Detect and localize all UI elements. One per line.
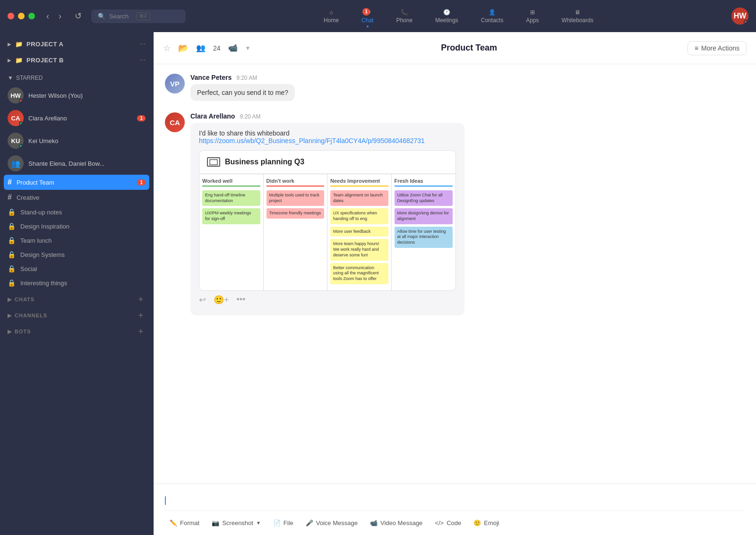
folder-b-label: PROJECT B (26, 57, 136, 64)
text-cursor (165, 496, 166, 505)
product-team-label: Product Team (17, 179, 133, 186)
wb-header: Business planning Q3 (199, 151, 455, 174)
channel-design-systems[interactable]: 🔒 Design Systems (0, 247, 153, 262)
back-button[interactable]: ‹ (43, 9, 53, 23)
channel-interesting[interactable]: 🔒 Interesting things (0, 276, 153, 290)
format-button[interactable]: ✏️ Format (165, 517, 204, 529)
more-actions-label: More Actions (701, 44, 739, 52)
voice-button[interactable]: 🎤 Voice Message (301, 517, 362, 529)
folder-a-more[interactable]: ··· (139, 40, 146, 48)
folder-b-more[interactable]: ··· (139, 56, 146, 64)
channels-add-button[interactable]: + (136, 311, 146, 320)
file-button[interactable]: 📄 File (268, 517, 298, 529)
sticky-12: Allow time for user testing at all major… (395, 227, 453, 248)
wb-icon (207, 157, 220, 167)
whiteboard-link[interactable]: https://zoom.us/wb/Q2_Business_Planning/… (199, 137, 425, 144)
nav-chat[interactable]: 💬 1 Chat (358, 7, 377, 25)
sticky-6: UX specifications when handing off to en… (330, 208, 388, 224)
sidebar-scroll[interactable]: ▶ 📁 PROJECT A ··· ▶ 📁 PROJECT B ··· ▼ ST… (0, 32, 153, 535)
kei-name: Kei Umeko (28, 137, 146, 144)
more-actions-icon: ≡ (695, 44, 698, 52)
messages-list[interactable]: VP Vance Peters 9:20 AM Perfect, can you… (154, 64, 756, 484)
wb-title: Business planning Q3 (225, 158, 304, 166)
video-button[interactable]: 📹 Video Message (365, 517, 427, 529)
nav-phone[interactable]: 📞 Phone (392, 7, 416, 25)
design-systems-label: Design Systems (20, 251, 146, 258)
wb-col-worked-well-header: Worked well (202, 178, 260, 187)
nav-whiteboards[interactable]: 🖥 Whiteboards (558, 7, 597, 25)
folder-icon: 📁 (15, 41, 23, 48)
whiteboard-preview[interactable]: Business planning Q3 Worked well Eng han… (199, 150, 456, 291)
nav-whiteboards-label: Whiteboards (562, 17, 593, 24)
code-icon: </> (435, 519, 444, 527)
contact-group[interactable]: 👥 Shante Elena, Daniel Bow... (0, 152, 153, 175)
members-icon[interactable]: 👥 (196, 43, 206, 52)
group-name: Shante Elena, Daniel Bow... (28, 160, 146, 167)
more-actions-icon[interactable]: ••• (237, 295, 246, 305)
channels-section-header[interactable]: ▶ CHANNELS + (0, 306, 153, 322)
contact-kei[interactable]: KU Kei Umeko (0, 129, 153, 152)
search-bar[interactable]: 🔍 Search ⌘F (91, 9, 186, 23)
folder-icon[interactable]: 📂 (178, 43, 189, 53)
hester-status (19, 99, 23, 103)
folders-section: ▶ 📁 PROJECT A ··· ▶ 📁 PROJECT B ··· (0, 32, 153, 72)
channel-product-team[interactable]: # Product Team 1 (4, 175, 149, 190)
starred-chevron-icon: ▼ (8, 75, 13, 81)
message-input[interactable] (165, 492, 745, 510)
nav-meetings[interactable]: 🕐 Meetings (431, 7, 462, 25)
nav-home[interactable]: ⌂ Home (320, 7, 343, 25)
chats-section-header[interactable]: ▶ CHATS + (0, 290, 153, 306)
history-button[interactable]: ↺ (71, 9, 86, 23)
minimize-button[interactable] (18, 13, 25, 19)
bots-section-header[interactable]: ▶ BOTS + (0, 322, 153, 338)
file-label: File (284, 519, 293, 527)
clara-name: Clara Arellano (28, 115, 132, 122)
sticky-7: More user feedback (330, 227, 388, 237)
contact-clara[interactable]: CA Clara Arellano 1 (0, 107, 153, 129)
channel-social[interactable]: 🔒 Social (0, 262, 153, 276)
video-icon[interactable]: 📹 (228, 43, 238, 52)
folder-project-a[interactable]: ▶ 📁 PROJECT A ··· (0, 36, 153, 52)
channel-design-inspiration[interactable]: 🔒 Design Inspiration (0, 219, 153, 233)
reply-icon[interactable]: ↩ (199, 295, 206, 305)
channels-label: CHANNELS (15, 313, 47, 318)
kei-initials: KU (11, 137, 20, 144)
sticky-11: More design/eng demos for alignment (395, 208, 453, 224)
code-button[interactable]: </> Code (430, 517, 466, 529)
chat-title: Product Team (256, 43, 681, 53)
user-status-dot (744, 20, 748, 25)
folder-project-b[interactable]: ▶ 📁 PROJECT B ··· (0, 52, 153, 68)
file-icon: 📄 (273, 519, 281, 527)
sticky-5: Team alignment on launch dates (330, 190, 388, 206)
emoji-label: Emoji (484, 519, 499, 527)
emoji-reaction-icon[interactable]: 🙂+ (214, 295, 229, 305)
forward-button[interactable]: › (55, 9, 65, 23)
chats-chevron-icon: ▶ (8, 297, 12, 303)
fullscreen-button[interactable] (28, 13, 35, 19)
bots-add-button[interactable]: + (136, 327, 146, 336)
screenshot-chevron-icon[interactable]: ▼ (256, 520, 261, 526)
channel-standup[interactable]: 🔒 Stand-up notes (0, 205, 153, 219)
folder-chevron-icon: ▶ (8, 42, 11, 47)
wb-col-fresh-ideas-header: Fresh Ideas (395, 178, 453, 187)
chats-add-button[interactable]: + (136, 295, 146, 304)
nav-apps[interactable]: ⊞ Apps (522, 7, 542, 25)
nav-contacts-label: Contacts (481, 17, 503, 24)
star-icon[interactable]: ☆ (163, 43, 171, 53)
more-actions-button[interactable]: ≡ More Actions (687, 41, 747, 55)
user-avatar[interactable]: HW (731, 8, 748, 25)
nav-contacts[interactable]: 👤 Contacts (477, 7, 507, 25)
lock-icon-social: 🔒 (8, 265, 16, 272)
whiteboards-icon: 🖥 (575, 9, 580, 16)
vance-avatar: VP (165, 74, 185, 93)
contact-hester[interactable]: HW Hester Wilson (You) (0, 84, 153, 107)
starred-header[interactable]: ▼ STARRED (0, 72, 153, 84)
screenshot-button[interactable]: 📷 Screenshot ▼ (207, 517, 266, 529)
emoji-button[interactable]: 🙂 Emoji (469, 517, 504, 529)
close-button[interactable] (8, 13, 14, 19)
channel-team-lunch[interactable]: 🔒 Team lunch (0, 233, 153, 247)
video-chevron-icon[interactable]: ▼ (245, 45, 251, 51)
channel-creative[interactable]: # Creative (0, 190, 153, 205)
clara-sender-name: Clara Arellano (190, 112, 235, 120)
sticky-2: UX/PM weekly meetings for sign-off (202, 208, 260, 224)
